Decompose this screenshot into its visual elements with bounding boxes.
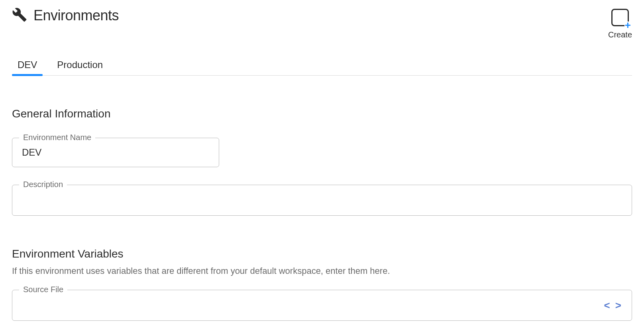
description-label: Description xyxy=(19,180,67,189)
source-file-label: Source File xyxy=(19,285,67,294)
source-file-input[interactable] xyxy=(12,290,632,321)
header-left: Environments xyxy=(12,7,119,24)
page-header: Environments + Create xyxy=(0,0,644,39)
wrench-icon xyxy=(12,7,27,24)
source-file-field-wrap: Source File < > xyxy=(12,290,632,321)
environment-variables-heading: Environment Variables xyxy=(12,248,632,260)
create-icon: + xyxy=(611,9,629,26)
environment-variables-help: If this environment uses variables that … xyxy=(12,266,632,276)
plus-icon: + xyxy=(624,21,631,29)
general-information-heading: General Information xyxy=(12,107,632,120)
page-title: Environments xyxy=(33,7,119,24)
environment-name-field-wrap: Environment Name xyxy=(12,138,632,167)
tab-dev[interactable]: DEV xyxy=(18,59,37,75)
description-field-wrap: Description xyxy=(12,185,632,216)
create-label: Create xyxy=(608,30,632,39)
create-button[interactable]: + Create xyxy=(608,7,632,39)
environment-name-input[interactable] xyxy=(12,138,219,167)
tab-production[interactable]: Production xyxy=(57,59,103,75)
environment-name-label: Environment Name xyxy=(19,133,95,142)
content: General Information Environment Name Des… xyxy=(0,107,644,321)
description-input[interactable] xyxy=(12,185,632,216)
tabs: DEV Production xyxy=(18,59,632,76)
code-icon[interactable]: < > xyxy=(604,299,622,312)
